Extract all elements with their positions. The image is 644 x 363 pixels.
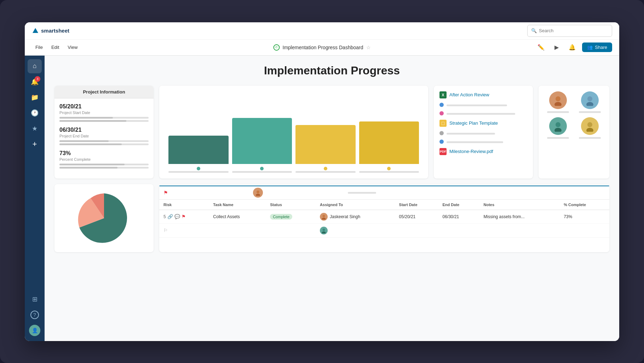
col-header-start: Start Date bbox=[395, 200, 438, 210]
bar-2 bbox=[232, 118, 292, 164]
chart-dot-4 bbox=[387, 167, 391, 170]
project-info-card: Project Information 05/20/21 Project Sta… bbox=[54, 86, 154, 178]
sidebar-item-folder[interactable]: 📁 bbox=[28, 90, 42, 104]
end-date-value: 06/30/21 bbox=[59, 127, 149, 133]
add-icon: + bbox=[33, 140, 37, 149]
svg-point-4 bbox=[556, 122, 560, 127]
edit-icon[interactable]: ✏️ bbox=[535, 42, 547, 53]
cell-end-date: 06/30/21 bbox=[438, 210, 479, 223]
favorite-star-icon[interactable]: ☆ bbox=[366, 45, 371, 50]
sidebar-item-notifications[interactable]: 🔔 3 bbox=[28, 75, 42, 89]
file-name-after-action[interactable]: After Action Review bbox=[449, 92, 527, 97]
svg-point-5 bbox=[554, 128, 562, 132]
table-row[interactable]: 5 🔗 💬 ⚑ Collect Assets bbox=[159, 210, 609, 223]
phantom-avatar-cell bbox=[316, 223, 395, 237]
present-icon[interactable]: ▶ bbox=[551, 42, 562, 53]
dashboard-title: Implementation Progress Dashboard bbox=[282, 45, 363, 50]
percent-complete-label: Percent Complete bbox=[59, 157, 149, 161]
avatar-1[interactable] bbox=[549, 91, 567, 109]
table-header-row: Risk Task Name Status Assigned To Start … bbox=[159, 200, 609, 210]
clock-icon: 🕐 bbox=[31, 109, 39, 117]
bar-4 bbox=[359, 121, 419, 164]
menu-file[interactable]: File bbox=[32, 42, 46, 52]
svg-point-3 bbox=[586, 102, 593, 106]
clock-status-icon: ⏱ bbox=[273, 44, 280, 51]
search-icon: 🔍 bbox=[531, 28, 537, 33]
menu-edit[interactable]: Edit bbox=[48, 42, 63, 52]
sidebar-item-add[interactable]: + bbox=[28, 137, 42, 151]
svg-point-8 bbox=[257, 191, 259, 193]
avatar-item-2 bbox=[576, 91, 604, 113]
pie-chart-card bbox=[54, 184, 154, 252]
menu-view[interactable]: View bbox=[64, 42, 81, 52]
share-button[interactable]: 👥 Share bbox=[582, 42, 612, 52]
table-indicator-row: ⚑ bbox=[159, 186, 609, 200]
chart-label-1 bbox=[168, 167, 229, 173]
table-row-phantom: ⚐ bbox=[159, 223, 609, 237]
cell-assigned: Jaskeerat Singh bbox=[316, 210, 395, 223]
chart-dot-1 bbox=[197, 167, 200, 170]
bar-1 bbox=[168, 136, 229, 164]
bar-3 bbox=[295, 125, 356, 164]
svg-point-0 bbox=[556, 96, 560, 101]
files-card: X After Action Review bbox=[434, 86, 533, 178]
bar-chart-card bbox=[159, 86, 428, 178]
link-icon[interactable]: 🔗 bbox=[167, 214, 173, 219]
avatar: 👤 bbox=[29, 325, 40, 336]
sidebar-item-favorites[interactable]: ★ bbox=[28, 121, 42, 136]
start-date-field: 05/20/21 Project Start Date bbox=[59, 103, 149, 122]
cell-status: Complete bbox=[266, 210, 316, 223]
percent-complete-value: 73% bbox=[59, 150, 149, 157]
sidebar-item-user[interactable]: 👤 bbox=[28, 323, 42, 338]
sidebar: ⌂ 🔔 3 📁 🕐 ★ + bbox=[25, 56, 45, 341]
file-item-milestone[interactable]: PDF Milestone-Review.pdf bbox=[439, 148, 527, 155]
phantom-avatar bbox=[320, 227, 328, 234]
avatar-4[interactable] bbox=[581, 117, 599, 135]
avatar-item-3 bbox=[544, 117, 572, 139]
file-item-pink bbox=[439, 111, 527, 115]
avatars-card bbox=[539, 86, 609, 178]
avatar-2[interactable] bbox=[581, 91, 599, 109]
chart-label-4 bbox=[359, 167, 419, 173]
comment-icon[interactable]: 💬 bbox=[174, 214, 180, 219]
blue-dot-icon bbox=[439, 103, 444, 107]
start-date-value: 05/20/21 bbox=[59, 103, 149, 110]
sidebar-item-help[interactable]: ? bbox=[28, 308, 42, 322]
project-info-header: Project Information bbox=[54, 86, 154, 98]
notifications-icon[interactable]: 🔔 bbox=[567, 42, 578, 53]
flag-icon[interactable]: ⚑ bbox=[182, 214, 186, 219]
chart-label-3 bbox=[295, 167, 356, 173]
col-header-risk: Risk bbox=[159, 200, 209, 210]
home-icon: ⌂ bbox=[33, 62, 37, 70]
pdf-icon: PDF bbox=[439, 148, 447, 155]
sidebar-item-history[interactable]: 🕐 bbox=[28, 106, 42, 120]
col-header-end: End Date bbox=[438, 200, 479, 210]
svg-point-1 bbox=[554, 102, 562, 106]
content-area: Implementation Progress Project Informat… bbox=[45, 56, 619, 341]
search-bar[interactable]: 🔍 bbox=[527, 25, 612, 37]
help-icon: ? bbox=[30, 311, 39, 319]
file-item-blue bbox=[439, 103, 527, 107]
red-flag-icon: ⚑ bbox=[163, 190, 168, 195]
file-name-milestone[interactable]: Milestone-Review.pdf bbox=[449, 149, 527, 154]
chart-dot-2 bbox=[260, 167, 264, 170]
sidebar-item-grid[interactable]: ⊞ bbox=[28, 292, 42, 306]
task-table: Risk Task Name Status Assigned To Start … bbox=[159, 200, 609, 238]
sidebar-item-home[interactable]: ⌂ bbox=[28, 59, 42, 73]
logo-text: smartsheet bbox=[41, 28, 69, 34]
gray-dot-icon bbox=[439, 131, 444, 135]
svg-point-12 bbox=[323, 228, 325, 231]
folder-icon: 📁 bbox=[31, 93, 39, 101]
file-item-after-action[interactable]: X After Action Review bbox=[439, 91, 527, 98]
start-date-label: Project Start Date bbox=[59, 110, 149, 115]
file-name-strategic-plan[interactable]: Strategic Plan Template bbox=[449, 120, 527, 126]
file-item-strategic-plan[interactable]: □ Strategic Plan Template bbox=[439, 120, 527, 127]
svg-point-6 bbox=[587, 122, 592, 127]
avatar-3[interactable] bbox=[549, 117, 567, 135]
chart-label-2 bbox=[232, 167, 292, 173]
end-date-label: Project End Date bbox=[59, 134, 149, 138]
notification-badge: 3 bbox=[35, 76, 40, 82]
search-input[interactable] bbox=[539, 28, 608, 33]
assignee-name: Jaskeerat Singh bbox=[330, 214, 360, 219]
row-avatar-indicator bbox=[253, 188, 263, 198]
